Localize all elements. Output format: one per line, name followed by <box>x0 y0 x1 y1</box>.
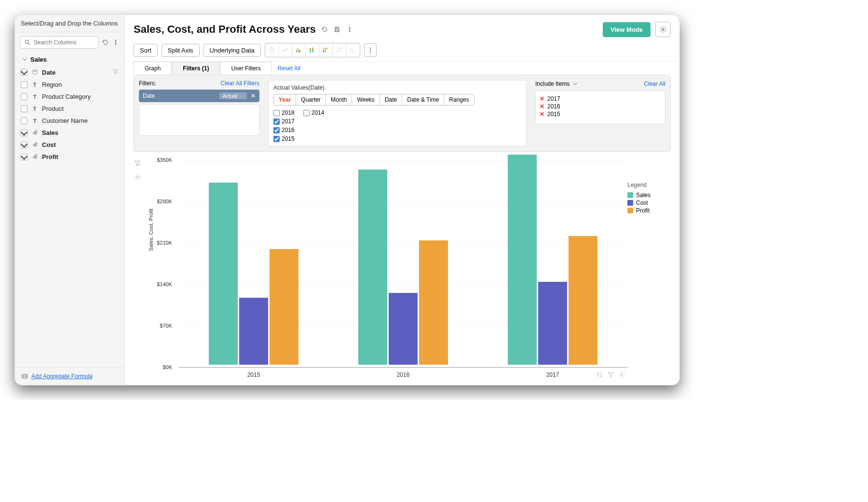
column-checkbox[interactable] <box>21 81 27 88</box>
tab-user-filters[interactable]: User Filters <box>220 62 271 75</box>
range-option-weeks[interactable]: Weeks <box>352 94 380 105</box>
chart-type-bar-icon[interactable] <box>292 43 306 57</box>
bar-cost-2016[interactable] <box>389 293 418 365</box>
search-columns-input-wrapper[interactable] <box>20 36 98 49</box>
svg-rect-13 <box>34 143 35 146</box>
legend-item-sales[interactable]: Sales <box>627 191 671 199</box>
svg-point-34 <box>338 48 339 49</box>
svg-point-35 <box>339 50 340 51</box>
range-option-quarter[interactable]: Quarter <box>296 94 326 105</box>
toolbar-more-icon[interactable] <box>364 43 377 57</box>
remove-included-icon[interactable]: ✕ <box>540 111 544 118</box>
chart-filter-icon[interactable] <box>607 371 614 380</box>
year-checkbox-2015[interactable]: 2015 <box>273 135 393 142</box>
legend-swatch <box>627 200 633 206</box>
range-option-year[interactable]: Year <box>274 94 296 105</box>
view-mode-button[interactable]: View Mode <box>603 22 651 37</box>
tab-graph[interactable]: Graph <box>134 62 172 75</box>
svg-rect-25 <box>298 48 298 53</box>
bar-sales-2016[interactable] <box>358 170 387 365</box>
chart-swap-axes-icon[interactable] <box>596 371 603 380</box>
bar-sales-2015[interactable] <box>209 183 238 365</box>
title-more-icon[interactable] <box>346 26 353 33</box>
remove-included-icon[interactable]: ✕ <box>540 103 544 110</box>
chart-type-combo-icon[interactable] <box>319 43 333 57</box>
column-product-category[interactable]: T Product Category <box>20 91 120 103</box>
tab-filters[interactable]: Filters (1) <box>172 62 220 75</box>
column-type-icon: T <box>31 106 38 112</box>
chart-type-scatter-icon[interactable] <box>333 43 346 57</box>
filter-chip-mode[interactable]: Actual <box>219 92 247 99</box>
year-checkbox-2017[interactable]: 2017 <box>273 118 393 125</box>
svg-point-22 <box>662 28 664 30</box>
column-product[interactable]: T Product <box>20 103 120 115</box>
legend-item-cost[interactable]: Cost <box>627 199 671 207</box>
column-checkbox[interactable] <box>21 93 27 100</box>
bar-profit-2015[interactable] <box>270 249 298 365</box>
column-date[interactable]: Date <box>20 66 120 79</box>
column-sales[interactable]: Sales <box>20 127 120 139</box>
bar-cost-2015[interactable] <box>239 298 268 365</box>
year-checkbox-2018[interactable]: 2018 <box>273 109 295 116</box>
columns-more-icon[interactable] <box>112 39 120 46</box>
svg-point-21 <box>349 31 350 32</box>
underlying-data-button[interactable]: Underlying Data <box>203 44 261 57</box>
sidebar-group-label: Sales <box>30 56 47 63</box>
column-cost[interactable]: Cost <box>20 139 120 151</box>
clear-all-filters-link[interactable]: Clear All Filters <box>220 80 259 87</box>
legend-list: SalesCostProfit <box>627 191 671 214</box>
svg-rect-16 <box>34 155 35 158</box>
bar-group-2016 <box>328 158 478 365</box>
refresh-columns-icon[interactable] <box>101 39 109 46</box>
remove-included-icon[interactable]: ✕ <box>540 95 544 102</box>
include-items-dropdown-icon[interactable] <box>571 80 579 88</box>
search-columns-input[interactable] <box>34 39 94 46</box>
app-frame: Select/Drag and Drop the Columns Sales D… <box>14 14 680 385</box>
column-label: Customer Name <box>42 117 88 124</box>
chart-add-filter-icon[interactable] <box>134 159 148 169</box>
add-aggregate-formula-link[interactable]: Add Aggregate Formula <box>31 373 93 380</box>
column-customer-name[interactable]: T Customer Name <box>20 115 120 127</box>
column-checkbox[interactable] <box>21 106 27 112</box>
bar-profit-2017[interactable] <box>569 236 597 365</box>
bar-profit-2016[interactable] <box>419 240 448 365</box>
year-checkbox-2016[interactable]: 2016 <box>273 127 393 133</box>
column-label: Date <box>42 69 55 76</box>
sidebar-group-toggle[interactable]: Sales <box>15 53 124 66</box>
range-option-ranges[interactable]: Ranges <box>444 94 474 105</box>
column-checkbox[interactable] <box>21 130 27 136</box>
chart-type-pie-icon[interactable] <box>265 43 279 57</box>
column-checkbox[interactable] <box>21 118 27 124</box>
legend-title: Legend <box>627 182 671 188</box>
filter-drop-zone[interactable] <box>139 104 259 136</box>
bar-cost-2017[interactable] <box>538 282 567 365</box>
legend-item-profit[interactable]: Profit <box>627 207 671 214</box>
column-region[interactable]: T Region <box>20 79 120 91</box>
settings-button[interactable] <box>655 22 671 37</box>
column-profit[interactable]: Profit <box>20 151 120 163</box>
svg-rect-14 <box>36 142 37 146</box>
filter-chip-date[interactable]: Date Actual ✕ <box>139 90 259 102</box>
clear-all-included-link[interactable]: Clear All <box>644 80 665 87</box>
sort-button[interactable]: Sort <box>134 44 158 57</box>
chart-gear-icon[interactable] <box>618 371 625 380</box>
chart-type-map-icon[interactable] <box>346 43 360 57</box>
column-checkbox[interactable] <box>21 142 27 148</box>
range-option-date[interactable]: Date <box>380 94 402 105</box>
filter-chip-remove-icon[interactable]: ✕ <box>251 92 256 99</box>
chart-type-line-icon[interactable] <box>279 43 292 57</box>
filter-icon[interactable] <box>112 68 119 76</box>
refresh-icon[interactable] <box>321 26 328 33</box>
bar-sales-2017[interactable] <box>508 155 537 365</box>
range-option-date-time[interactable]: Date & Time <box>402 94 444 105</box>
column-checkbox[interactable] <box>21 69 27 76</box>
range-option-month[interactable]: Month <box>326 94 352 105</box>
column-type-icon: T <box>31 94 38 100</box>
reset-all-link[interactable]: Reset All <box>278 65 300 72</box>
split-axis-button[interactable]: Split Axis <box>162 44 200 57</box>
year-checkbox-2014[interactable]: 2014 <box>303 109 325 116</box>
chart-settings-icon[interactable] <box>134 173 148 183</box>
save-icon[interactable] <box>333 26 341 33</box>
column-checkbox[interactable] <box>21 154 27 160</box>
chart-type-stacked-icon[interactable] <box>306 43 319 57</box>
